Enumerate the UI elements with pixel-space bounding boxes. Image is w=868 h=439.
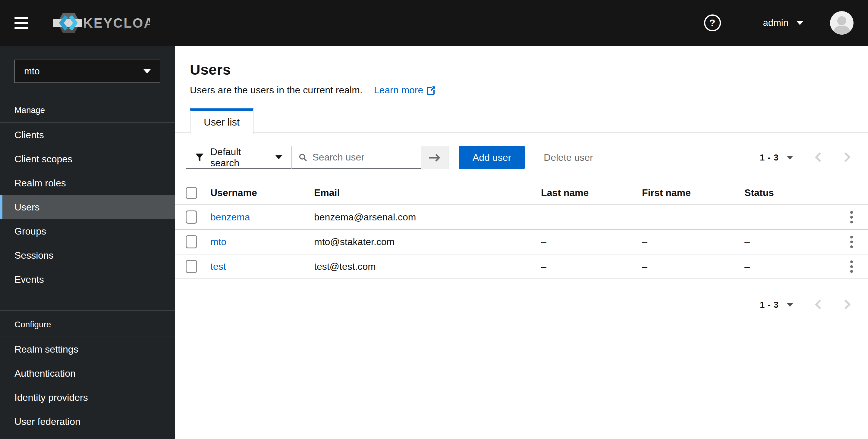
first-name-cell: – <box>642 254 744 279</box>
row-checkbox[interactable] <box>186 210 197 224</box>
username-link[interactable]: mto <box>210 236 226 247</box>
tab-label: User list <box>204 116 240 128</box>
search-submit-button[interactable] <box>421 146 448 169</box>
chevron-down-icon <box>796 21 804 25</box>
chevron-down-icon <box>786 303 793 307</box>
chevron-down-icon <box>144 69 151 73</box>
sidebar-item-client-scopes[interactable]: Client scopes <box>0 147 175 171</box>
per-page-toggle[interactable] <box>786 156 793 160</box>
add-user-button[interactable]: Add user <box>459 146 525 169</box>
filter-icon <box>195 153 204 162</box>
tabs: User list <box>175 108 868 133</box>
angle-right-icon <box>843 151 851 163</box>
sidebar-item-realm-settings[interactable]: Realm settings <box>0 337 175 361</box>
table-header: UsernameEmailLast nameFirst nameStatus <box>175 181 868 205</box>
status-cell: – <box>744 205 835 230</box>
arrow-right-icon <box>429 153 441 163</box>
pagination-range: 1 - 3 <box>760 153 779 163</box>
email-cell: mto@stakater.com <box>314 230 541 254</box>
username-link[interactable]: test <box>210 261 226 272</box>
sidebar-item-user-federation[interactable]: User federation <box>0 409 175 434</box>
keycloak-logo-icon: KEYCLOAK <box>51 8 150 37</box>
sidebar-item-sessions[interactable]: Sessions <box>0 243 175 267</box>
page-header: Users Users are the users in the current… <box>175 46 868 96</box>
angle-right-icon <box>843 298 851 310</box>
sidebar-item-groups[interactable]: Groups <box>0 219 175 243</box>
row-checkbox[interactable] <box>186 260 197 273</box>
row-actions-kebab-button[interactable] <box>848 258 855 275</box>
column-header-last-name: Last name <box>541 181 642 205</box>
user-menu-label: admin <box>763 18 788 28</box>
row-checkbox[interactable] <box>186 235 197 248</box>
page-title: Users <box>190 61 854 78</box>
angle-left-icon <box>814 151 822 163</box>
pagination-bottom: 1 - 3 <box>760 298 851 311</box>
sidebar-item-realm-roles[interactable]: Realm roles <box>0 171 175 195</box>
last-name-cell: – <box>541 230 642 254</box>
users-table: UsernameEmailLast nameFirst nameStatus b… <box>175 181 868 279</box>
username-link[interactable]: benzema <box>210 212 250 223</box>
masthead: KEYCLOAK ? admin <box>0 0 868 46</box>
realm-selector-value: mto <box>24 66 40 77</box>
status-cell: – <box>744 254 835 279</box>
per-page-toggle[interactable] <box>786 303 793 307</box>
nav-section-title-manage: Manage <box>0 96 175 122</box>
person-icon <box>830 13 854 35</box>
search-type-label: Default search <box>210 146 269 169</box>
user-menu-dropdown[interactable]: admin <box>763 18 804 28</box>
learn-more-link[interactable]: Learn more <box>374 85 436 96</box>
search-input[interactable] <box>313 152 414 163</box>
learn-more-label: Learn more <box>374 85 424 96</box>
kebab-icon <box>850 236 853 238</box>
pagination-range: 1 - 3 <box>760 300 779 310</box>
previous-page-button[interactable] <box>814 151 822 164</box>
table-row: testtest@test.com––– <box>175 254 868 279</box>
kebab-icon <box>850 261 853 263</box>
angle-left-icon <box>814 298 822 310</box>
select-all-checkbox[interactable] <box>186 187 197 199</box>
table-row: mtomto@stakater.com––– <box>175 230 868 254</box>
sidebar-nav: ManageClientsClient scopesRealm rolesUse… <box>0 96 175 434</box>
table-row: benzemabenzema@arsenal.com––– <box>175 205 868 230</box>
row-actions-kebab-button[interactable] <box>848 233 855 250</box>
page-subtitle: Users are the users in the current realm… <box>190 85 363 96</box>
sidebar-item-identity-providers[interactable]: Identity providers <box>0 385 175 409</box>
next-page-button[interactable] <box>843 151 851 164</box>
external-link-icon <box>427 86 436 95</box>
pagination-top: 1 - 3 <box>760 151 851 164</box>
search-group: Default search <box>186 146 448 169</box>
nav-toggle-button[interactable] <box>14 13 34 33</box>
sidebar-item-clients[interactable]: Clients <box>0 123 175 147</box>
sidebar-item-users[interactable]: Users <box>0 195 175 219</box>
column-header-email: Email <box>314 181 541 205</box>
sidebar-item-events[interactable]: Events <box>0 267 175 292</box>
main-content: Users Users are the users in the current… <box>175 46 868 439</box>
chevron-down-icon <box>276 155 282 159</box>
search-field <box>291 146 421 169</box>
pagination-bottom-wrap: 1 - 3 <box>175 279 868 311</box>
row-actions-kebab-button[interactable] <box>848 209 855 226</box>
keycloak-logo: KEYCLOAK <box>51 8 150 37</box>
first-name-cell: – <box>642 205 744 230</box>
sidebar: mto ManageClientsClient scopesRealm role… <box>0 46 175 439</box>
column-header-first-name: First name <box>642 181 744 205</box>
toolbar: Default search <box>175 133 868 181</box>
previous-page-button[interactable] <box>814 298 822 311</box>
tab-user-list[interactable]: User list <box>190 108 253 134</box>
email-cell: test@test.com <box>314 254 541 279</box>
realm-selector-dropdown[interactable]: mto <box>14 60 160 83</box>
nav-section-title-configure: Configure <box>0 311 175 337</box>
email-cell: benzema@arsenal.com <box>314 205 541 230</box>
keycloak-admin-console: KEYCLOAK ? admin mto ManageClientsClient… <box>0 0 868 439</box>
delete-user-button[interactable]: Delete user <box>544 152 593 163</box>
search-icon <box>299 153 307 162</box>
help-icon[interactable]: ? <box>704 14 721 31</box>
first-name-cell: – <box>642 230 744 254</box>
chevron-down-icon <box>786 156 793 160</box>
avatar[interactable] <box>830 11 854 35</box>
column-header-status: Status <box>744 181 835 205</box>
sidebar-item-authentication[interactable]: Authentication <box>0 361 175 385</box>
column-header-username: Username <box>210 181 314 205</box>
next-page-button[interactable] <box>843 298 851 311</box>
search-type-dropdown[interactable]: Default search <box>186 146 291 169</box>
